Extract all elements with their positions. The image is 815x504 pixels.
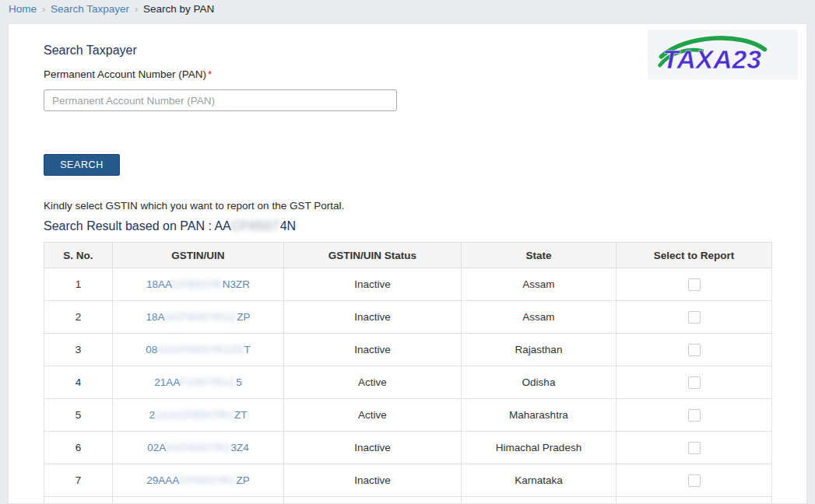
result-pan-prefix: AA (214, 219, 230, 233)
row-state: Rajasthan (462, 334, 617, 366)
table-row: 6 02AACF6507R13Z4 Inactive Himachal Prad… (44, 432, 772, 464)
breadcrumb-separator-icon: › (42, 4, 45, 15)
select-report-checkbox[interactable] (688, 278, 701, 291)
row-sno: 6 (44, 432, 113, 464)
required-asterisk: * (208, 68, 212, 80)
logo-text: TAXA23 (662, 45, 761, 74)
breadcrumb-search-taxpayer-link[interactable]: Search Taxpayer (51, 3, 129, 15)
row-status: Inactive (284, 432, 462, 464)
row-sno: 8 (44, 497, 113, 504)
column-header-select: Select to Report (617, 243, 772, 268)
gstin-masked: CF6507R1 (179, 474, 236, 486)
row-state: Assam (462, 301, 617, 334)
row-state: Odisha (462, 366, 617, 399)
column-header-sno: S. No. (44, 243, 113, 268)
gstin-prefix: 29AAA (146, 474, 179, 486)
gstin-link[interactable]: 21AACF6507R1ZT (149, 409, 248, 421)
breadcrumb-current-page: Search by PAN (143, 3, 214, 15)
select-report-checkbox[interactable] (688, 311, 701, 324)
table-row: 7 29AAACF6507R1ZP Inactive Karnataka (44, 464, 772, 497)
row-status: Inactive (284, 497, 462, 504)
result-pan-suffix: 4N (280, 219, 296, 233)
gstin-select-instruction: Kindly select GSTIN which you want to re… (44, 200, 771, 212)
row-status: Active (284, 366, 462, 399)
gstin-link[interactable]: 08AACF6507R1Z5T (146, 344, 250, 355)
gstin-suffix: 5 (236, 376, 242, 388)
select-report-checkbox[interactable] (688, 344, 701, 356)
gstin-masked: 1AACF6507R1 (155, 409, 234, 421)
gstin-link[interactable]: 18AACF6507R1ZZP (146, 311, 251, 323)
pan-label-text: Permanent Account Number (PAN) (44, 68, 206, 80)
row-state: Maharashtra (462, 399, 617, 432)
table-header-row: S. No. GSTIN/UIN GSTIN/UIN Status State … (44, 243, 772, 268)
select-report-checkbox[interactable] (688, 442, 701, 454)
taxa23-logo-icon: TAXA23 (653, 32, 793, 77)
select-report-checkbox[interactable] (688, 409, 701, 422)
breadcrumb-home-link[interactable]: Home (9, 3, 37, 15)
row-state: Himachal Pradesh (462, 432, 617, 464)
column-header-status: GSTIN/UIN Status (284, 243, 462, 268)
gstin-results-table: S. No. GSTIN/UIN GSTIN/UIN Status State … (44, 242, 772, 504)
select-report-checkbox[interactable] (688, 474, 701, 487)
gstin-prefix: 2 (149, 409, 156, 421)
gstin-prefix: 18AA (146, 278, 172, 290)
row-sno: 5 (44, 399, 113, 432)
gstin-prefix: 08 (146, 344, 157, 355)
gstin-prefix: 02A (147, 442, 166, 453)
pan-input[interactable] (44, 89, 397, 111)
results-table-body: 1 18AACF6507RN3ZR Inactive Assam 2 18AAC… (44, 268, 772, 504)
row-status: Inactive (284, 464, 462, 497)
column-header-state: State (462, 243, 617, 268)
search-result-heading: Search Result based on PAN : AACF65074N (44, 219, 771, 233)
gstin-link[interactable]: 29AAACF6507R1ZP (146, 474, 250, 486)
table-row: 4 21AAF1007R1Z5 Active Odisha (44, 366, 772, 399)
row-sno: 4 (44, 366, 113, 399)
result-heading-prefix: Search Result based on PAN : (44, 219, 214, 233)
gstin-suffix: T (244, 344, 250, 355)
row-status: Inactive (284, 301, 462, 334)
gstin-masked: AACF6507R1Z5 (157, 344, 244, 355)
row-status: Inactive (284, 268, 462, 301)
gstin-suffix: ZP (237, 311, 250, 323)
gstin-prefix: 18A (146, 311, 165, 323)
row-status: Inactive (284, 334, 462, 366)
gstin-link[interactable]: 18AACF6507RN3ZR (146, 278, 250, 290)
breadcrumb: Home › Search Taxpayer › Search by PAN (0, 0, 815, 18)
row-state: Assam (462, 268, 617, 301)
content-card: TAXA23 Search Taxpayer Permanent Account… (8, 23, 807, 504)
result-pan-masked: CF6507 (231, 219, 280, 233)
row-sno: 7 (44, 464, 113, 497)
row-status: Active (284, 399, 462, 432)
gstin-suffix: 3Z4 (231, 442, 249, 453)
gstin-suffix: N3ZR (223, 278, 250, 290)
row-state: Karnataka (462, 464, 617, 497)
table-row: 5 21AACF6507R1ZT Active Maharashtra (44, 399, 772, 432)
brand-logo: TAXA23 (648, 30, 798, 79)
gstin-masked: F1007R1Z (180, 376, 236, 388)
gstin-suffix: ZT (234, 409, 248, 421)
select-report-checkbox[interactable] (688, 376, 701, 389)
gstin-masked: ACF6507R1Z (165, 311, 237, 323)
page-background: TAXA23 Search Taxpayer Permanent Account… (0, 18, 815, 504)
table-row: 8 0AACF6507R1ZZQ Inactive Gujarat (44, 497, 772, 504)
row-sno: 1 (44, 268, 113, 301)
gstin-link[interactable]: 21AAF1007R1Z5 (154, 376, 241, 388)
gstin-masked: CF6507R (172, 278, 223, 290)
row-sno: 2 (44, 301, 113, 334)
gstin-link[interactable]: 02AACF6507R13Z4 (147, 442, 249, 453)
row-state: Gujarat (462, 497, 617, 504)
gstin-suffix: ZP (237, 474, 250, 486)
table-row: 3 08AACF6507R1Z5T Inactive Rajasthan (44, 334, 772, 366)
search-button[interactable]: SEARCH (44, 154, 120, 176)
breadcrumb-separator-icon: › (135, 4, 138, 15)
column-header-gstin: GSTIN/UIN (113, 243, 284, 268)
gstin-prefix: 21AA (154, 376, 180, 388)
row-sno: 3 (44, 334, 113, 366)
gstin-masked: ACF6507R1 (166, 442, 230, 453)
table-row: 1 18AACF6507RN3ZR Inactive Assam (44, 268, 772, 301)
table-row: 2 18AACF6507R1ZZP Inactive Assam (44, 301, 772, 334)
